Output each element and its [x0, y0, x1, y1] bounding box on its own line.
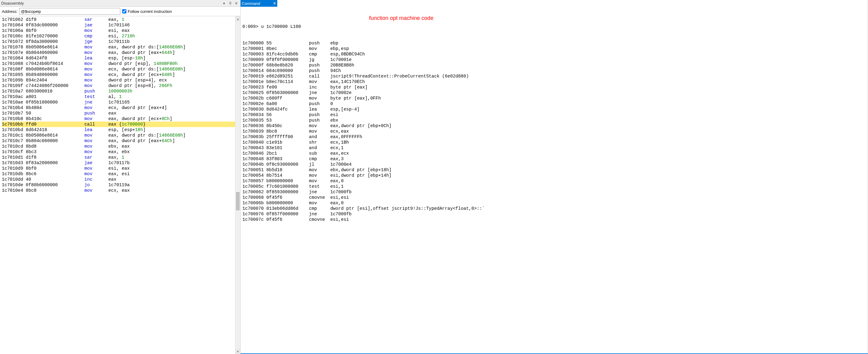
command-row: 1c700030 8d6424fc lea esp,[esp-4] [242, 107, 866, 112]
command-row: 1c700070 813eb06dd86d cmp dword ptr [esi… [242, 206, 866, 211]
command-titlebar: Command ✕ [241, 0, 277, 7]
disasm-row[interactable]: 1c701064 0f83dc000000 jae 1c701146 [2, 22, 239, 28]
disasm-row[interactable]: 1c701062 d1f8 sar eax, 1 [2, 17, 239, 22]
disassembly-titlebar: Disassembly ▾ ⚲ ✕ [0, 0, 240, 7]
command-row: 1c700051 8b5d18 mov ebx,dword ptr [ebp+1… [242, 167, 866, 173]
command-row: 1c700035 53 push ebx [242, 118, 866, 123]
command-row: 1c70005c f7c601000000 test esi,1 [242, 184, 866, 189]
scroll-down-icon[interactable]: ▾ [235, 349, 240, 354]
command-row: 1c700034 56 push esi [242, 112, 866, 118]
command-row: 1c700046 2bc1 sub eax,ecx [242, 151, 866, 156]
command-title: Command [242, 1, 260, 6]
follow-label: Follow current instruction [128, 9, 172, 14]
disassembly-pane: Disassembly ▾ ⚲ ✕ Address: Follow curren… [0, 0, 241, 354]
command-row: 1c700054 8b7514 mov esi,dword ptr [ebp+1… [242, 173, 866, 178]
disasm-row[interactable]: 1c7010e4 8bc8 mov ecx, eax [2, 188, 239, 193]
command-prompt: 0:009> u 1c700000 L100 [242, 24, 866, 29]
disasm-row[interactable]: 1c701084 8d6424f0 lea esp, [esp-10h] [2, 55, 239, 61]
address-bar: Address: Follow current instruction [0, 7, 240, 16]
disasm-row[interactable]: 1c701088 c70424b0bf8614 mov dword ptr [e… [2, 61, 239, 66]
scrollbar[interactable]: ▴ ▾ [235, 16, 240, 354]
close-icon[interactable]: ✕ [234, 1, 239, 6]
disasm-row[interactable]: 1c701078 8b05086e8614 mov eax, dword ptr… [2, 45, 239, 50]
command-row: 1c700001 8bec mov ebp,esp [242, 46, 866, 52]
disasm-row[interactable]: 1c7010ac a801 test al, 1 [2, 94, 239, 99]
disasm-row[interactable]: 1c7010d1 d1f8 sar eax, 1 [2, 155, 239, 160]
close-icon[interactable]: ✕ [272, 1, 277, 6]
disasm-row[interactable]: 1c7010cd 8bd8 mov ebx, eax [2, 144, 239, 149]
disasm-row[interactable]: 1c701072 0f8da3000000 jge 1c70111b [2, 39, 239, 45]
command-body[interactable]: function opt machine code 0:009> u 1c700… [241, 7, 868, 353]
command-row: 1c700057 b800000000 mov eax,0 [242, 178, 866, 184]
disasm-row[interactable]: 1c70106c 81fe10270000 cmp esi, 2710h [2, 33, 239, 39]
command-row: 1c700062 0f8593000000 jne 1c7000fb [242, 189, 866, 195]
scroll-thumb[interactable] [236, 192, 240, 210]
dropdown-icon[interactable]: ▾ [221, 1, 227, 6]
disasm-row[interactable]: 1c7010c7 8b804c060000 mov eax, dword ptr… [2, 138, 239, 144]
disasm-row[interactable]: 1c7010a7 6803000010 push 10000003h [2, 88, 239, 94]
scroll-up-icon[interactable]: ▴ [235, 16, 240, 22]
disasm-row[interactable]: 1c70108f 8b0d086e8614 mov ecx, dword ptr… [2, 66, 239, 72]
command-row: 1c70000f 68b8e8b820 push 20B8E8B8h [242, 62, 866, 68]
disasm-row[interactable]: 1c7010bd 8d642418 lea esp, [esp+18h] [2, 127, 239, 132]
command-row: 1c70007c 0f45f6 cmovne esi,esi [242, 217, 866, 222]
command-row: 1c700076 0f857f000000 jne 1c7000fb [242, 211, 866, 217]
disasm-row[interactable]: 1c7010ae 0f85b1000000 jne 1c701165 [2, 99, 239, 105]
disasm-row[interactable]: 1c70107e 8b8044060000 mov eax, dword ptr… [2, 50, 239, 55]
command-row: 1c70002b c600ff mov byte ptr [eax],0FFh [242, 95, 866, 101]
command-row: 1c700009 0f8f0f000000 jg 1c70001e [242, 57, 866, 62]
command-row: 1c700039 8bc8 mov ecx,eax [242, 128, 866, 134]
disasm-row[interactable]: 1c7010de 0f80b6000000 jo 1c70119a [2, 182, 239, 188]
follow-checkbox[interactable] [122, 9, 126, 13]
command-row: 1c700003 81fc4cc9db0b cmp esp,0BDBC94Ch [242, 52, 866, 57]
disasm-row[interactable]: 1c7010db 8bc6 mov eax, esi [2, 171, 239, 177]
command-row: 1c700043 83e101 and ecx,1 [242, 145, 866, 151]
annotation-text: function opt machine code [369, 15, 433, 21]
command-pane: Command ✕ function opt machine code 0:00… [241, 0, 868, 354]
disassembly-title: Disassembly [1, 1, 24, 5]
command-row: 1c700025 0f8503000000 jne 1c70002e [242, 90, 866, 95]
disasm-row[interactable]: 1c7010d3 0f83a2000000 jae 1c70117b [2, 160, 239, 166]
disasm-row[interactable]: 1c70106a 8bf0 mov esi, eax [2, 28, 239, 33]
command-row: 1c700023 fe00 inc byte ptr [eax] [242, 85, 866, 90]
disasm-row[interactable]: 1c70109f c74424086f260000 mov dword ptr … [2, 83, 239, 88]
follow-checkbox-wrap[interactable]: Follow current instruction [122, 9, 172, 14]
disasm-row[interactable]: 1c701095 8b8948060000 mov ecx, dword ptr… [2, 72, 239, 78]
command-row: 1c700000 55 push ebp [242, 40, 866, 46]
command-row: 1c700036 8b450c mov eax,dword ptr [ebp+0… [242, 123, 866, 128]
disasm-row[interactable]: 1c70109b 894c2404 mov dword ptr [esp+4],… [2, 78, 239, 83]
disasm-row[interactable]: 1c7010dd 40 inc eax [2, 177, 239, 182]
disasm-row[interactable]: 1c7010b7 50 push eax [2, 111, 239, 116]
disasm-row[interactable]: 1c7010b8 8b410c mov eax, dword ptr [ecx+… [2, 116, 239, 122]
disassembly-body: 1c701062 d1f8 sar eax, 11c701064 0f83dc0… [0, 16, 240, 354]
command-row: 1c700048 83f803 cmp eax,3 [242, 156, 866, 162]
command-row: 1c70004b 0f8c93000000 jl 1c7000e4 [242, 162, 866, 167]
command-row: 1c70001e b8ec70c114 mov eax,14C170ECh [242, 79, 866, 85]
command-row: 1c700019 e862d89251 call jscript9!Thread… [242, 73, 866, 79]
command-row: 1c70002e 6a00 push 0 [242, 101, 866, 107]
disasm-row[interactable]: 1c7010c1 8b05086e8614 mov eax, dword ptr… [2, 132, 239, 138]
address-label: Address: [2, 9, 18, 14]
command-row: 1c700014 684c090000 push 94Ch [242, 68, 866, 73]
command-row: 1c700040 c1e91b shr ecx,1Bh [242, 140, 866, 145]
disasm-row[interactable]: 1c7010b4 8b4804 mov ecx, dword ptr [eax+… [2, 105, 239, 111]
command-row: 1c70006b b800000000 mov eax,0 [242, 200, 866, 206]
disasm-row[interactable]: 1c7010bb ffd0 call eax {1c700000} [2, 122, 239, 127]
disasm-row[interactable]: 1c7010d9 8bf0 mov esi, eax [2, 166, 239, 171]
command-row: 1c70003b 25ffffff00 and eax,0FFFFFFh [242, 134, 866, 140]
command-row: 1c700068 0f45f6 cmovne esi,esi [242, 195, 866, 200]
disasm-row[interactable]: 1c7010cf 8bc3 mov eax, ebx [2, 149, 239, 155]
pin-icon[interactable]: ⚲ [227, 1, 233, 6]
address-input[interactable] [19, 8, 120, 15]
